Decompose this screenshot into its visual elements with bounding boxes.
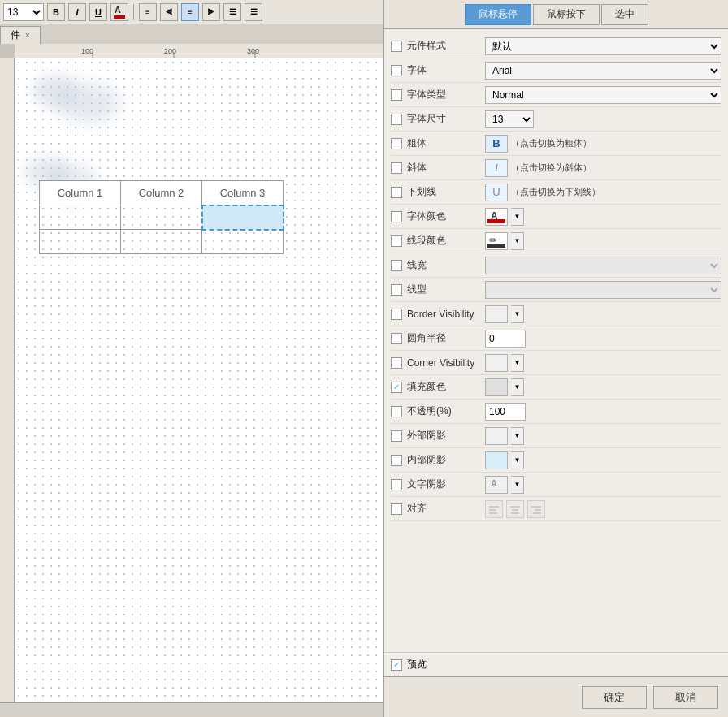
checkbox-font-color[interactable]: [391, 211, 402, 222]
fill-color-swatch[interactable]: [485, 378, 508, 396]
label-italic: 斜体: [407, 161, 480, 175]
select-component-style[interactable]: 默认: [485, 37, 722, 55]
select-line-width[interactable]: [485, 257, 722, 274]
select-font[interactable]: Arial: [485, 62, 722, 80]
prop-fill-color: 填充颜色 ▼: [391, 375, 722, 400]
font-color-toolbar[interactable]: A: [110, 3, 128, 21]
select-font-size[interactable]: 13: [485, 110, 534, 128]
checkbox-inner-shadow[interactable]: [391, 455, 402, 466]
font-color-dropdown[interactable]: ▼: [511, 208, 524, 226]
checkbox-bold[interactable]: [391, 138, 402, 149]
prop-corner-radius: 圆角半径: [391, 326, 722, 351]
control-component-style: 默认: [485, 37, 722, 55]
label-underline: 下划线: [407, 185, 480, 199]
align-left-prop-btn[interactable]: [485, 500, 503, 518]
inner-shadow-dropdown[interactable]: ▼: [511, 451, 524, 469]
italic-button[interactable]: I: [68, 3, 86, 21]
align-center-prop-btn[interactable]: [506, 500, 524, 518]
justify-btn[interactable]: ☰: [223, 3, 241, 21]
cell-2-1[interactable]: [40, 230, 121, 254]
checkbox-preview[interactable]: [391, 659, 402, 671]
checkbox-border-visibility[interactable]: [391, 309, 402, 320]
label-line-width: 线宽: [407, 258, 480, 272]
select-font-type[interactable]: Normal: [485, 86, 722, 104]
outer-shadow-dropdown[interactable]: ▼: [511, 427, 524, 445]
checkbox-opacity[interactable]: [391, 406, 402, 417]
font-size-select[interactable]: 13: [3, 3, 44, 21]
bold-style-btn[interactable]: B: [485, 135, 508, 153]
prop-font-color: 字体颜色 A ▼: [391, 205, 722, 229]
control-corner-visibility: ▼: [485, 354, 722, 372]
cell-1-2[interactable]: [121, 205, 202, 230]
line-color-swatch[interactable]: ✏: [485, 232, 508, 250]
preview-row: 预览: [384, 652, 728, 676]
cell-1-3[interactable]: [202, 205, 284, 230]
font-color-swatch[interactable]: A: [485, 208, 508, 226]
table-row-2: [40, 230, 284, 254]
cell-1-1[interactable]: [40, 205, 121, 230]
justify2-btn[interactable]: ☰: [245, 3, 262, 21]
canvas-table-wrapper[interactable]: Column 1 Column 2 Column 3: [39, 180, 284, 254]
canvas-tab[interactable]: 件 ×: [0, 26, 41, 44]
checkbox-line-width[interactable]: [391, 260, 402, 271]
list-button[interactable]: ≡: [139, 3, 157, 21]
border-visibility-swatch[interactable]: [485, 305, 508, 323]
label-outer-shadow: 外部阴影: [407, 429, 480, 443]
checkbox-component-style[interactable]: [391, 41, 402, 52]
corner-visibility-swatch[interactable]: [485, 354, 508, 372]
canvas-table: Column 1 Column 2 Column 3: [39, 180, 284, 254]
corner-visibility-dropdown[interactable]: ▼: [511, 354, 524, 372]
select-line-style[interactable]: [485, 281, 722, 299]
cell-2-2[interactable]: [121, 230, 202, 254]
checkbox-text-shadow[interactable]: [391, 479, 402, 490]
prop-outer-shadow: 外部阴影 ▼: [391, 424, 722, 448]
tab-selected[interactable]: 选中: [601, 4, 648, 25]
underline-style-btn[interactable]: U: [485, 184, 508, 201]
confirm-button[interactable]: 确定: [582, 686, 647, 709]
tab-hover[interactable]: 鼠标悬停: [465, 4, 531, 25]
underline-button[interactable]: U: [89, 3, 107, 21]
fill-color-dropdown[interactable]: ▼: [511, 378, 524, 396]
svg-rect-8: [511, 512, 519, 514]
control-line-style: [485, 281, 722, 299]
checkbox-fill-color[interactable]: [391, 382, 402, 393]
align-right-btn[interactable]: ⫸: [202, 3, 220, 21]
properties-container[interactable]: 元件样式 默认 字体 Arial 字: [384, 29, 728, 652]
input-opacity[interactable]: [485, 403, 526, 421]
checkbox-font[interactable]: [391, 65, 402, 76]
control-border-visibility: ▼: [485, 305, 722, 323]
tab-mousedown[interactable]: 鼠标按下: [533, 4, 600, 25]
checkbox-corner-visibility[interactable]: [391, 357, 402, 369]
outer-shadow-swatch[interactable]: [485, 427, 508, 445]
checkbox-corner-radius[interactable]: [391, 333, 402, 344]
checkbox-line-color[interactable]: [391, 235, 402, 247]
checkbox-align[interactable]: [391, 503, 402, 515]
align-left-btn[interactable]: ⫷: [160, 3, 178, 21]
align-center-btn[interactable]: ≡: [181, 3, 199, 21]
checkbox-font-size[interactable]: [391, 114, 402, 125]
line-color-dropdown[interactable]: ▼: [511, 232, 524, 250]
checkbox-font-type[interactable]: [391, 89, 402, 101]
checkbox-italic[interactable]: [391, 162, 402, 174]
canvas-container[interactable]: 100 200 300: [0, 44, 384, 702]
text-shadow-swatch[interactable]: A: [485, 476, 508, 494]
checkbox-line-style[interactable]: [391, 284, 402, 296]
svg-rect-3: [489, 506, 499, 508]
canvas-white-area[interactable]: Column 1 Column 2 Column 3: [15, 58, 384, 702]
align-right-prop-btn[interactable]: [527, 500, 545, 518]
cancel-button[interactable]: 取消: [653, 686, 718, 709]
inner-shadow-swatch[interactable]: [485, 451, 508, 469]
bold-button[interactable]: B: [47, 3, 65, 21]
prop-font-type: 字体类型 Normal: [391, 83, 722, 107]
input-corner-radius[interactable]: [485, 330, 526, 348]
checkbox-outer-shadow[interactable]: [391, 430, 402, 442]
text-shadow-dropdown[interactable]: ▼: [511, 476, 524, 494]
border-visibility-dropdown[interactable]: ▼: [511, 305, 524, 323]
cell-2-3[interactable]: [202, 230, 284, 254]
svg-rect-10: [535, 509, 541, 511]
italic-style-btn[interactable]: I: [485, 159, 508, 177]
ruler-vertical: [0, 58, 15, 702]
tab-close[interactable]: ×: [25, 31, 30, 40]
label-line-color: 线段颜色: [407, 234, 480, 248]
checkbox-underline[interactable]: [391, 187, 402, 198]
